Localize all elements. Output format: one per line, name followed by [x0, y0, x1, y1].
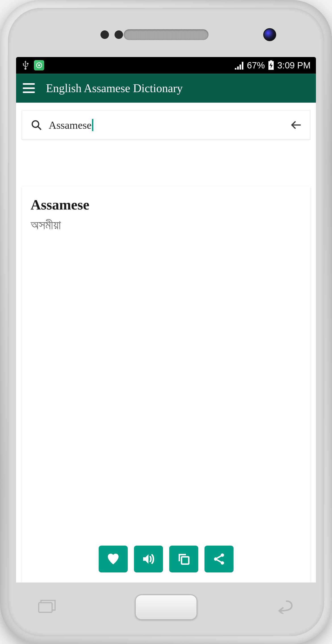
share-icon: [212, 552, 226, 566]
action-buttons-row: [99, 546, 234, 572]
content-area: Assamese Assamese অসমীয়া: [16, 103, 316, 582]
share-button[interactable]: [204, 546, 234, 572]
app-notification-icon: [34, 60, 44, 70]
copy-button[interactable]: [169, 546, 198, 572]
search-input-value: Assamese: [49, 119, 92, 131]
svg-point-0: [32, 121, 39, 127]
svg-line-1: [38, 126, 41, 130]
usb-icon: [21, 60, 29, 71]
svg-line-8: [217, 560, 221, 562]
speak-button[interactable]: [134, 546, 163, 572]
android-status-bar: 67% 3:09 PM: [16, 57, 316, 74]
phone-nav-buttons: [13, 582, 319, 632]
speaker-icon: [141, 552, 156, 566]
battery-charging-icon: [268, 60, 274, 70]
copy-icon: [177, 552, 190, 566]
svg-point-5: [214, 558, 217, 561]
svg-line-7: [217, 556, 221, 558]
back-arrow-icon[interactable]: [290, 120, 301, 130]
app-header: English Assamese Dictionary: [16, 74, 316, 103]
result-card: Assamese অসমীয়া: [22, 186, 310, 582]
earpiece-speaker: [124, 29, 208, 40]
svg-point-4: [221, 554, 224, 557]
hamburger-menu-icon[interactable]: [23, 83, 35, 93]
result-word: Assamese: [31, 196, 301, 213]
app-title: English Assamese Dictionary: [46, 82, 183, 95]
search-input[interactable]: Assamese: [49, 119, 283, 131]
sensor-dots: [100, 30, 123, 39]
search-box[interactable]: Assamese: [22, 110, 310, 140]
recent-apps-button[interactable]: [36, 598, 60, 616]
battery-percent: 67%: [247, 60, 265, 70]
result-translation: অসমীয়া: [31, 218, 301, 232]
favorite-button[interactable]: [99, 546, 128, 572]
text-cursor: [92, 119, 93, 131]
phone-top-hardware: [13, 12, 319, 57]
phone-inner-bezel: 67% 3:09 PM English Assamese Dictionary: [8, 8, 324, 636]
search-icon: [31, 120, 42, 130]
phone-device-frame: 67% 3:09 PM English Assamese Dictionary: [0, 0, 332, 644]
home-button[interactable]: [135, 594, 197, 620]
front-camera: [263, 28, 276, 41]
svg-point-6: [221, 561, 224, 564]
clock-time: 3:09 PM: [277, 60, 311, 70]
svg-rect-3: [181, 557, 189, 564]
heart-icon: [106, 552, 120, 566]
svg-rect-9: [39, 603, 52, 612]
back-button[interactable]: [272, 598, 296, 616]
signal-icon: [234, 61, 244, 70]
screen: 67% 3:09 PM English Assamese Dictionary: [16, 57, 316, 582]
